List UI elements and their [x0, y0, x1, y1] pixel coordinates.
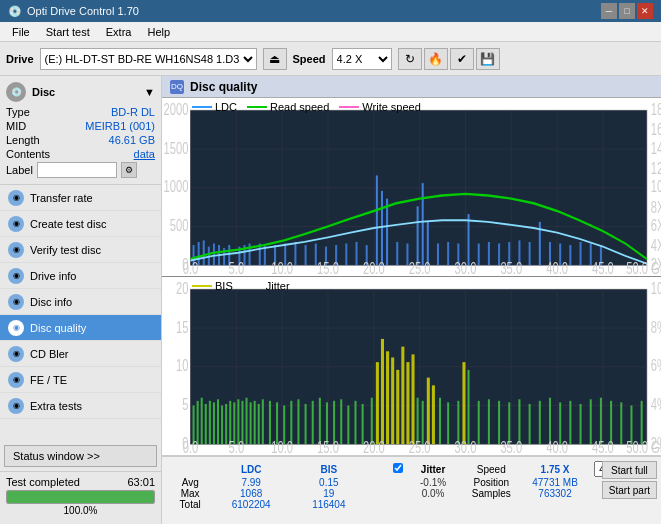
- svg-text:500: 500: [170, 216, 189, 235]
- avg-jitter: -0.1%: [405, 477, 460, 488]
- svg-text:35.0: 35.0: [500, 438, 522, 455]
- sidebar-item-create-test-disc[interactable]: ◉ Create test disc: [0, 211, 161, 237]
- svg-text:18X: 18X: [651, 100, 661, 119]
- svg-text:8%: 8%: [651, 317, 661, 336]
- sidebar-item-disc-quality[interactable]: ◉ Disc quality: [0, 315, 161, 341]
- sidebar-item-cd-bler[interactable]: ◉ CD Bler: [0, 341, 161, 367]
- jitter-checkbox[interactable]: [393, 463, 403, 473]
- sidebar-item-transfer-rate[interactable]: ◉ Transfer rate: [0, 185, 161, 211]
- svg-text:16X: 16X: [651, 120, 661, 139]
- sidebar-item-fe-te[interactable]: ◉ FE / TE: [0, 367, 161, 393]
- charts-area: LDC Read speed Write speed: [162, 98, 661, 456]
- sidebar: 💿 Disc ▼ Type BD-R DL MID MEIRB1 (001) L…: [0, 76, 162, 524]
- drive-select[interactable]: (E:) HL-DT-ST BD-RE WH16NS48 1.D3: [40, 48, 257, 70]
- read-speed-legend-color: [247, 106, 267, 108]
- svg-text:2000: 2000: [164, 100, 189, 119]
- svg-text:30.0: 30.0: [455, 259, 477, 276]
- svg-text:6%: 6%: [651, 356, 661, 375]
- svg-text:12X: 12X: [651, 158, 661, 177]
- svg-rect-52: [355, 242, 357, 265]
- stats-area: LDC BIS Jitter Speed 1.75 X 4.2 X: [162, 456, 661, 524]
- svg-rect-120: [205, 404, 207, 444]
- save-button[interactable]: 💾: [476, 48, 500, 70]
- drivebar: Drive (E:) HL-DT-ST BD-RE WH16NS48 1.D3 …: [0, 42, 661, 76]
- svg-rect-176: [569, 401, 571, 444]
- svg-text:35.0: 35.0: [500, 259, 522, 276]
- ldc-legend-color: [192, 106, 212, 108]
- svg-rect-181: [620, 402, 622, 444]
- svg-text:20: 20: [176, 279, 188, 298]
- verify-button[interactable]: ✔: [450, 48, 474, 70]
- menu-file[interactable]: File: [4, 24, 38, 40]
- bottom-chart-legend: BIS Jitter: [192, 280, 290, 292]
- svg-rect-59: [417, 206, 419, 265]
- disc-icon: 💿: [6, 82, 26, 102]
- svg-text:40.0: 40.0: [546, 438, 568, 455]
- burn-button[interactable]: 🔥: [424, 48, 448, 70]
- svg-rect-123: [217, 399, 219, 444]
- start-full-button[interactable]: Start full: [602, 461, 657, 479]
- svg-rect-163: [447, 402, 449, 444]
- svg-text:0.0: 0.0: [183, 259, 199, 276]
- svg-rect-155: [401, 347, 404, 445]
- svg-rect-124: [221, 405, 223, 444]
- svg-rect-156: [406, 362, 409, 444]
- status-window-button[interactable]: Status window >>: [4, 445, 157, 467]
- maximize-button[interactable]: □: [619, 3, 635, 19]
- samples-val: 763302: [522, 488, 589, 499]
- disc-label-input[interactable]: [37, 162, 117, 178]
- menu-start-test[interactable]: Start test: [38, 24, 98, 40]
- disc-quality-icon: ◉: [8, 320, 24, 336]
- progress-bar: [6, 490, 155, 504]
- sidebar-item-drive-info[interactable]: ◉ Drive info: [0, 263, 161, 289]
- svg-rect-172: [529, 404, 531, 444]
- write-speed-legend: Write speed: [339, 101, 421, 113]
- sidebar-item-disc-info[interactable]: ◉ Disc info: [0, 289, 161, 315]
- svg-text:30.0: 30.0: [455, 438, 477, 455]
- menu-extra[interactable]: Extra: [98, 24, 140, 40]
- start-part-button[interactable]: Start part: [602, 481, 657, 499]
- eject-button[interactable]: ⏏: [263, 48, 287, 70]
- close-button[interactable]: ✕: [637, 3, 653, 19]
- disc-label-icon[interactable]: ⚙: [121, 162, 137, 178]
- drive-label: Drive: [6, 53, 34, 65]
- jitter-legend: Jitter: [243, 280, 290, 292]
- svg-text:45.0: 45.0: [592, 438, 614, 455]
- svg-rect-67: [488, 242, 490, 265]
- sidebar-item-verify-test-disc[interactable]: ◉ Verify test disc: [0, 237, 161, 263]
- total-row: Total 6102204 116404: [168, 499, 655, 510]
- avg-ldc: 7.99: [212, 477, 290, 488]
- nav-disc-info-label: Disc info: [30, 296, 72, 308]
- avg-bis: 0.15: [290, 477, 368, 488]
- svg-rect-157: [412, 354, 415, 444]
- svg-rect-141: [312, 401, 314, 444]
- jitter-legend-label: Jitter: [266, 280, 290, 292]
- menu-help[interactable]: Help: [139, 24, 178, 40]
- content-area: DQ Disc quality LDC Read speed: [162, 76, 661, 524]
- svg-text:5.0: 5.0: [229, 438, 245, 455]
- nav-create-label: Create test disc: [30, 218, 106, 230]
- position-label: Position: [461, 477, 522, 488]
- svg-rect-46: [294, 242, 296, 265]
- svg-rect-132: [254, 401, 256, 444]
- speed-select[interactable]: 4.2 X: [332, 48, 392, 70]
- svg-text:10X: 10X: [651, 177, 661, 196]
- sidebar-item-extra-tests[interactable]: ◉ Extra tests: [0, 393, 161, 419]
- disc-options-icon[interactable]: ▼: [144, 86, 155, 98]
- svg-rect-150: [376, 362, 379, 444]
- disc-length-label: Length: [6, 134, 40, 146]
- svg-rect-55: [381, 191, 383, 265]
- svg-rect-121: [209, 401, 211, 444]
- svg-text:10: 10: [176, 356, 188, 375]
- disc-contents-val[interactable]: data: [134, 148, 155, 160]
- refresh-button[interactable]: ↻: [398, 48, 422, 70]
- svg-text:14X: 14X: [651, 138, 661, 157]
- svg-rect-122: [213, 402, 215, 444]
- minimize-button[interactable]: ─: [601, 3, 617, 19]
- bis-legend: BIS: [192, 280, 233, 292]
- svg-rect-165: [462, 362, 465, 444]
- nav-disc-quality-label: Disc quality: [30, 322, 86, 334]
- max-bis: 19: [290, 488, 368, 499]
- nav-fe-te-label: FE / TE: [30, 374, 67, 386]
- svg-rect-154: [396, 370, 399, 444]
